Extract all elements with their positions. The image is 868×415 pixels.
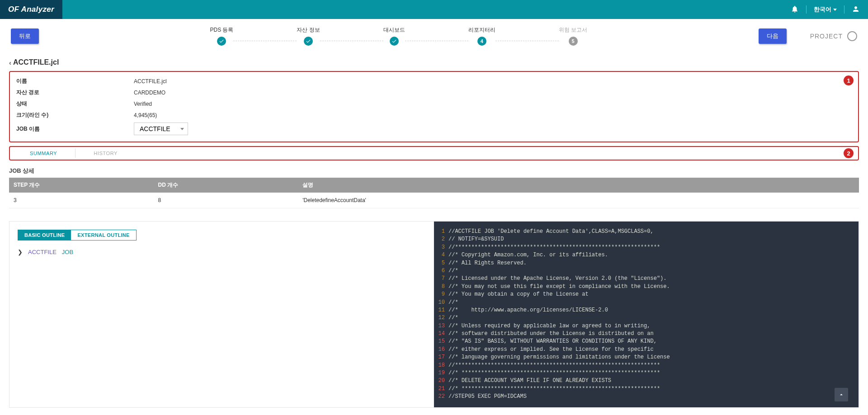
line-number: 3 bbox=[434, 244, 448, 251]
code-line: 16//* either express or implied. See the… bbox=[434, 346, 859, 354]
status-label: 상태 bbox=[16, 100, 134, 108]
code-line: 19//* **********************************… bbox=[434, 369, 859, 377]
code-line: 8//* You may not use this file except in… bbox=[434, 283, 859, 291]
name-label: 이름 bbox=[16, 77, 134, 85]
scroll-top-button[interactable] bbox=[835, 388, 848, 401]
outline-tree: ❯ ACCTFILE JOB bbox=[18, 249, 425, 255]
project-indicator: PROJECT bbox=[810, 31, 857, 41]
code-text: //* "AS IS" BASIS, WITHOUT WARRANTIES OR… bbox=[448, 338, 859, 345]
code-text: //* Unless required by applicable law or… bbox=[448, 322, 859, 330]
code-line: 9//* You may obtain a copy of the Licens… bbox=[434, 291, 859, 298]
job-name-label: JOB 이름 bbox=[16, 125, 134, 133]
code-line: 11//* http://www.apache.org/licenses/LIC… bbox=[434, 307, 859, 314]
step-3[interactable]: 리포지터리4 bbox=[468, 26, 495, 46]
code-line: 22//STEP05 EXEC PGM=IDCAMS bbox=[434, 393, 859, 401]
code-viewer[interactable]: 1//ACCTFILE JOB 'Delete define Account D… bbox=[434, 222, 859, 407]
tab-summary[interactable]: SUMMARY bbox=[12, 149, 75, 158]
outline-pane: BASIC OUTLINE EXTERNAL OUTLINE ❯ ACCTFIL… bbox=[9, 222, 434, 407]
job-name-select[interactable]: ACCTFILE bbox=[134, 123, 188, 135]
line-number: 5 bbox=[434, 259, 448, 267]
line-number: 18 bbox=[434, 362, 448, 369]
line-number: 14 bbox=[434, 330, 448, 338]
step-2[interactable]: 대시보드 bbox=[383, 26, 405, 46]
cell-dd: 8 bbox=[154, 193, 298, 208]
tree-expand-icon[interactable]: ❯ bbox=[18, 249, 23, 255]
code-line: 13//* Unless required by applicable law … bbox=[434, 322, 859, 330]
code-text: //* ************************************… bbox=[448, 369, 859, 377]
code-text: //* You may obtain a copy of the License… bbox=[448, 291, 859, 298]
tabs-panel: 2 SUMMARY HISTORY bbox=[9, 146, 859, 160]
code-text: //* bbox=[448, 314, 859, 322]
asset-info-panel: 1 이름 ACCTFILE.jcl 자산 경로 CARDDEMO 상태 Veri… bbox=[9, 71, 859, 142]
col-desc: 설명 bbox=[298, 178, 859, 193]
name-value: ACCTFILE.jcl bbox=[134, 78, 167, 85]
bell-icon[interactable] bbox=[791, 5, 799, 14]
job-name-value: ACCTFILE bbox=[140, 125, 170, 132]
tab-basic-outline[interactable]: BASIC OUTLINE bbox=[18, 230, 71, 240]
chevron-down-icon bbox=[833, 9, 837, 11]
code-line: 20//* DELETE ACCOUNT VSAM FILE IF ONE AL… bbox=[434, 377, 859, 385]
code-text: //* All Rights Reserved. bbox=[448, 259, 859, 267]
step-0[interactable]: PDS 등록 bbox=[210, 26, 233, 46]
code-text: //* either express or implied. See the L… bbox=[448, 346, 859, 354]
logo: OF Analyzer bbox=[0, 0, 62, 19]
tab-external-outline[interactable]: EXTERNAL OUTLINE bbox=[71, 230, 136, 240]
step-connector bbox=[320, 41, 383, 41]
code-line: 1//ACCTFILE JOB 'Delete define Account D… bbox=[434, 228, 859, 236]
code-text: //* Copyright Amazon.com, Inc. or its af… bbox=[448, 251, 859, 259]
status-value: Verified bbox=[134, 101, 152, 107]
code-line: 2// NOTIFY=&SYSUID bbox=[434, 236, 859, 243]
logo-text: OF Analyzer bbox=[8, 5, 54, 14]
code-line: 14//* software distributed under the Lic… bbox=[434, 330, 859, 338]
separator bbox=[806, 5, 807, 14]
breadcrumb[interactable]: ‹ ACCTFILE.jcl bbox=[9, 57, 859, 71]
code-line: 4//* Copyright Amazon.com, Inc. or its a… bbox=[434, 251, 859, 259]
code-line: 15//* "AS IS" BASIS, WITHOUT WARRANTIES … bbox=[434, 338, 859, 345]
code-line: 18//************************************… bbox=[434, 362, 859, 369]
chevron-down-icon bbox=[180, 128, 184, 130]
tree-node-acctfile[interactable]: ACCTFILE bbox=[28, 249, 57, 255]
check-icon bbox=[304, 37, 313, 46]
line-number: 7 bbox=[434, 275, 448, 283]
line-number: 4 bbox=[434, 251, 448, 259]
progress-steps: PDS 등록자산 정보대시보드리포지터리4위험 보고서5 bbox=[44, 26, 753, 46]
step-connector bbox=[233, 41, 297, 41]
tree-node-job[interactable]: JOB bbox=[62, 249, 73, 255]
chevron-left-icon: ‹ bbox=[9, 59, 11, 66]
language-selector[interactable]: 한국어 bbox=[814, 5, 837, 14]
tab-history[interactable]: HISTORY bbox=[75, 149, 136, 158]
line-number: 6 bbox=[434, 267, 448, 275]
project-status-icon bbox=[847, 31, 857, 41]
line-number: 20 bbox=[434, 377, 448, 385]
line-number: 2 bbox=[434, 236, 448, 243]
job-detail-table: STEP 개수 DD 개수 설명 3 8 'DeletedefineAccoun… bbox=[9, 178, 859, 208]
col-step: STEP 개수 bbox=[9, 178, 154, 193]
main-content: ‹ ACCTFILE.jcl 1 이름 ACCTFILE.jcl 자산 경로 C… bbox=[0, 57, 868, 415]
code-text: //* bbox=[448, 267, 859, 275]
check-icon bbox=[217, 37, 226, 46]
outline-tabs: BASIC OUTLINE EXTERNAL OUTLINE bbox=[18, 230, 137, 241]
step-number: 5 bbox=[569, 37, 578, 46]
step-number: 4 bbox=[477, 37, 486, 46]
path-label: 자산 경로 bbox=[16, 89, 134, 96]
next-button[interactable]: 다음 bbox=[759, 28, 787, 44]
code-line: 7//* Licensed under the Apache License, … bbox=[434, 275, 859, 283]
step-1[interactable]: 자산 정보 bbox=[297, 26, 320, 46]
code-text: //* ************************************… bbox=[448, 385, 859, 393]
code-line: 12//* bbox=[434, 314, 859, 322]
code-text: //* language governing permissions and l… bbox=[448, 354, 859, 361]
code-line: 17//* language governing permissions and… bbox=[434, 354, 859, 361]
line-number: 17 bbox=[434, 354, 448, 361]
cell-desc: 'DeletedefineAccountData' bbox=[298, 193, 859, 208]
code-text: //* software distributed under the Licen… bbox=[448, 330, 859, 338]
back-button[interactable]: 뒤로 bbox=[11, 28, 39, 44]
line-number: 8 bbox=[434, 283, 448, 291]
user-icon[interactable] bbox=[852, 5, 860, 14]
project-label: PROJECT bbox=[810, 33, 843, 40]
step-label: 대시보드 bbox=[383, 26, 405, 34]
code-text: //* http://www.apache.org/licenses/LICEN… bbox=[448, 307, 859, 314]
step-connector bbox=[495, 41, 559, 41]
step-4[interactable]: 위험 보고서5 bbox=[559, 26, 587, 46]
header-right: 한국어 bbox=[791, 5, 860, 14]
code-line: 5//* All Rights Reserved. bbox=[434, 259, 859, 267]
